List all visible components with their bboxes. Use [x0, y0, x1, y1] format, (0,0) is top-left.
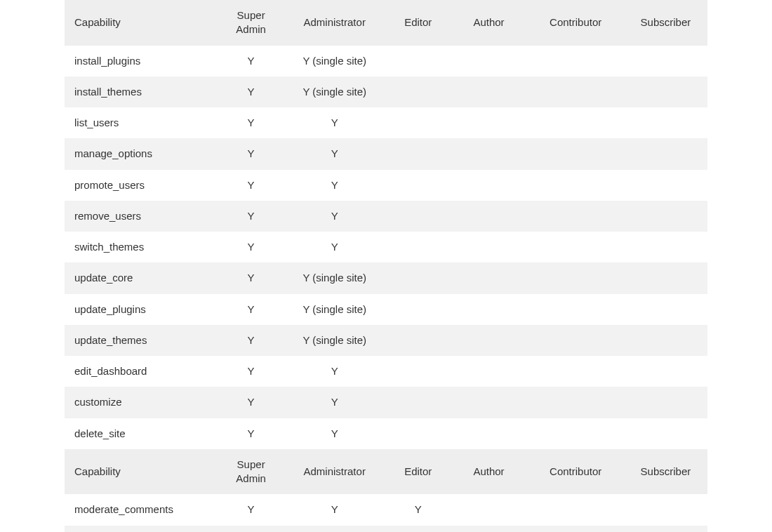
- capability-cell: update_plugins: [65, 294, 219, 325]
- contributor-cell: [527, 201, 623, 232]
- administrator-cell: Y: [283, 387, 386, 418]
- editor-cell: [386, 201, 451, 232]
- subscriber-cell: [624, 46, 707, 77]
- administrator-cell: Y: [283, 356, 386, 387]
- capabilities-table: Capability Super Admin Administrator Edi…: [65, 0, 707, 532]
- editor-cell: [386, 170, 451, 201]
- administrator-cell: Y: [283, 526, 386, 533]
- super-admin-cell: Y: [219, 201, 284, 232]
- table-row: switch_themesYY: [65, 232, 707, 262]
- table-row: edit_dashboardYY: [65, 356, 707, 387]
- editor-cell: [386, 46, 451, 77]
- editor-cell: [386, 418, 451, 449]
- administrator-cell: Y (single site): [283, 325, 386, 356]
- col-author: Author: [451, 449, 528, 495]
- super-admin-cell: Y: [219, 138, 284, 169]
- capability-cell: promote_users: [65, 170, 219, 201]
- editor-cell: [386, 138, 451, 169]
- subscriber-cell: [624, 107, 707, 138]
- author-cell: [451, 232, 528, 262]
- super-admin-cell: Y: [219, 494, 284, 525]
- subscriber-cell: [624, 138, 707, 169]
- contributor-cell: [527, 138, 623, 169]
- administrator-cell: Y: [283, 232, 386, 262]
- author-cell: [451, 262, 528, 293]
- table-row: moderate_commentsYYY: [65, 494, 707, 525]
- subscriber-cell: [624, 77, 707, 107]
- subscriber-cell: [624, 262, 707, 293]
- table-row: install_themesYY (single site): [65, 77, 707, 107]
- col-editor: Editor: [386, 449, 451, 495]
- contributor-cell: [527, 46, 623, 77]
- author-cell: [451, 107, 528, 138]
- super-admin-cell: Y: [219, 294, 284, 325]
- author-cell: [451, 201, 528, 232]
- author-cell: [451, 526, 528, 533]
- author-cell: [451, 356, 528, 387]
- author-cell: [451, 170, 528, 201]
- subscriber-cell: [624, 494, 707, 525]
- table-row: manage_optionsYY: [65, 138, 707, 169]
- contributor-cell: [527, 294, 623, 325]
- capability-cell: remove_users: [65, 201, 219, 232]
- editor-cell: [386, 387, 451, 418]
- contributor-cell: [527, 526, 623, 533]
- author-cell: [451, 77, 528, 107]
- capability-cell: install_plugins: [65, 46, 219, 77]
- subscriber-cell: [624, 418, 707, 449]
- table-row: delete_siteYY: [65, 418, 707, 449]
- administrator-cell: Y: [283, 170, 386, 201]
- col-author: Author: [451, 0, 528, 46]
- contributor-cell: [527, 262, 623, 293]
- contributor-cell: [527, 494, 623, 525]
- administrator-cell: Y: [283, 418, 386, 449]
- administrator-cell: Y: [283, 201, 386, 232]
- administrator-cell: Y: [283, 107, 386, 138]
- administrator-cell: Y (single site): [283, 77, 386, 107]
- contributor-cell: [527, 232, 623, 262]
- administrator-cell: Y (single site): [283, 46, 386, 77]
- table-row: install_pluginsYY (single site): [65, 46, 707, 77]
- contributor-cell: [527, 170, 623, 201]
- contributor-cell: [527, 77, 623, 107]
- capability-cell: moderate_comments: [65, 494, 219, 525]
- capability-cell: switch_themes: [65, 232, 219, 262]
- super-admin-cell: Y: [219, 526, 284, 533]
- col-administrator: Administrator: [283, 0, 386, 46]
- subscriber-cell: [624, 356, 707, 387]
- capability-cell: update_themes: [65, 325, 219, 356]
- capability-cell: update_core: [65, 262, 219, 293]
- table-row: promote_usersYY: [65, 170, 707, 201]
- editor-cell: [386, 262, 451, 293]
- col-super-admin: Super Admin: [219, 0, 284, 46]
- contributor-cell: [527, 387, 623, 418]
- table-row: manage_categoriesYYY: [65, 526, 707, 533]
- col-contributor: Contributor: [527, 449, 623, 495]
- super-admin-cell: Y: [219, 232, 284, 262]
- super-admin-cell: Y: [219, 107, 284, 138]
- capability-cell: edit_dashboard: [65, 356, 219, 387]
- super-admin-cell: Y: [219, 77, 284, 107]
- table-row: customizeYY: [65, 387, 707, 418]
- author-cell: [451, 294, 528, 325]
- subscriber-cell: [624, 526, 707, 533]
- author-cell: [451, 138, 528, 169]
- author-cell: [451, 387, 528, 418]
- administrator-cell: Y: [283, 138, 386, 169]
- super-admin-cell: Y: [219, 170, 284, 201]
- editor-cell: [386, 356, 451, 387]
- table-row: remove_usersYY: [65, 201, 707, 232]
- table-row: update_themesYY (single site): [65, 325, 707, 356]
- col-administrator: Administrator: [283, 449, 386, 495]
- contributor-cell: [527, 356, 623, 387]
- administrator-cell: Y (single site): [283, 262, 386, 293]
- header-row: Capability Super Admin Administrator Edi…: [65, 0, 707, 46]
- author-cell: [451, 46, 528, 77]
- editor-cell: [386, 325, 451, 356]
- editor-cell: Y: [386, 526, 451, 533]
- subscriber-cell: [624, 325, 707, 356]
- editor-cell: [386, 232, 451, 262]
- subscriber-cell: [624, 232, 707, 262]
- table-row: update_coreYY (single site): [65, 262, 707, 293]
- col-super-admin: Super Admin: [219, 449, 284, 495]
